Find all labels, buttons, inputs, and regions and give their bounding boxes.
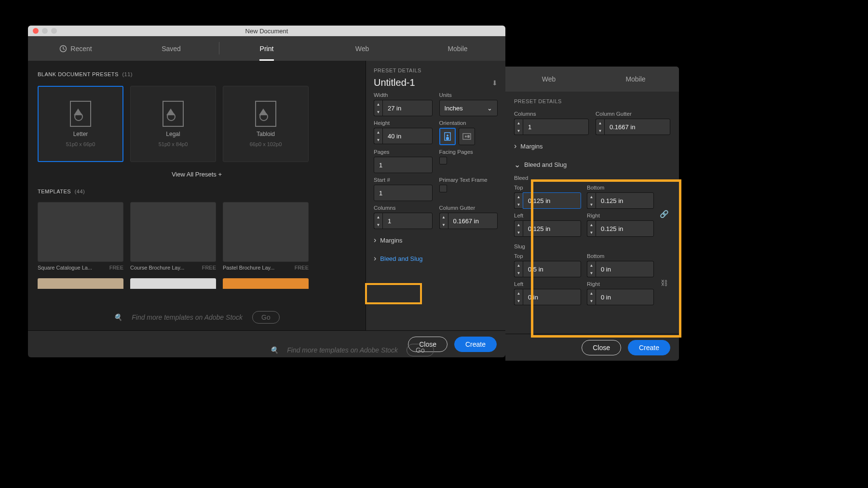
- tab-mobile[interactable]: Mobile: [592, 67, 679, 92]
- spin-up-icon[interactable]: ▲: [515, 261, 523, 269]
- width-value[interactable]: 27 in: [382, 100, 433, 116]
- close-window-icon[interactable]: [33, 28, 39, 34]
- tab-mobile-label: Mobile: [625, 75, 645, 83]
- width-label: Width: [374, 92, 433, 98]
- tab-saved[interactable]: Saved: [123, 36, 219, 61]
- bleed-slug-section[interactable]: Bleed and Slug: [374, 251, 498, 266]
- preset-letter[interactable]: Letter 51p0 x 66p0: [38, 86, 123, 162]
- chevron-down-icon: ⌄: [487, 105, 492, 112]
- columns-value[interactable]: 1: [523, 119, 589, 135]
- spin-up-icon[interactable]: ▲: [374, 213, 382, 221]
- spin-up-icon[interactable]: ▲: [374, 128, 382, 136]
- tab-web-label: Web: [355, 45, 369, 53]
- preset-tabloid[interactable]: Tabloid 66p0 x 102p0: [223, 86, 309, 162]
- template-item[interactable]: Square Catalogue La...FREE: [38, 202, 123, 271]
- svg-point-2: [447, 135, 448, 136]
- pages-value[interactable]: 1: [374, 157, 433, 173]
- gutter-input[interactable]: ▲▼0.1667 in: [439, 213, 498, 229]
- document-name[interactable]: Untitled-1: [374, 77, 415, 88]
- gutter-input[interactable]: ▲▼0.1667 in: [596, 119, 670, 135]
- height-input[interactable]: ▲▼40 in: [374, 128, 433, 144]
- titlebar: New Document: [28, 26, 505, 36]
- start-number-label: Start #: [374, 177, 433, 183]
- units-value: Inches: [445, 105, 463, 112]
- spin-down-icon[interactable]: ▼: [374, 221, 382, 229]
- presets-count: (11): [122, 71, 133, 77]
- minimize-window-icon[interactable]: [42, 28, 48, 34]
- category-tabs-2: Web Mobile: [505, 67, 679, 92]
- spin-down-icon[interactable]: ▼: [374, 108, 382, 116]
- margins-section[interactable]: Margins: [374, 233, 498, 247]
- orientation-portrait-button[interactable]: [439, 128, 456, 145]
- dialog-footer: Close Create: [505, 334, 679, 361]
- tab-web[interactable]: Web: [505, 67, 592, 92]
- spin-down-icon[interactable]: ▼: [374, 136, 382, 144]
- tab-mobile[interactable]: Mobile: [410, 36, 505, 61]
- margins-label: Margins: [380, 237, 402, 244]
- go-button[interactable]: Go: [407, 344, 434, 356]
- preset-name: Tabloid: [257, 131, 275, 137]
- template-item[interactable]: [38, 278, 123, 289]
- preset-name: Legal: [166, 131, 180, 137]
- tab-print[interactable]: Print: [219, 36, 314, 61]
- columns-value[interactable]: 1: [382, 213, 433, 229]
- create-button[interactable]: Create: [628, 340, 670, 355]
- gutter-label: Column Gutter: [439, 205, 498, 211]
- spin-up-icon[interactable]: ▲: [596, 119, 604, 127]
- template-name: Square Catalogue La...: [38, 265, 92, 271]
- columns-input[interactable]: ▲▼1: [514, 119, 589, 135]
- close-button[interactable]: Close: [582, 340, 621, 355]
- primary-text-frame-label: Primary Text Frame: [439, 177, 498, 183]
- width-input[interactable]: ▲▼27 in: [374, 100, 433, 116]
- spin-up-icon[interactable]: ▲: [515, 193, 523, 201]
- spin-up-icon[interactable]: ▲: [374, 100, 382, 108]
- document-name-row: Untitled-1 ⬇︎: [374, 77, 498, 88]
- view-all-presets[interactable]: View All Presets +: [38, 171, 356, 178]
- spin-down-icon[interactable]: ▼: [515, 127, 523, 135]
- spin-down-icon[interactable]: ▼: [515, 201, 523, 208]
- bleed-slug-section[interactable]: Bleed and Slug: [514, 157, 670, 172]
- stock-search-placeholder[interactable]: Find more templates on Adobe Stock: [132, 313, 243, 321]
- presets-panel: BLANK DOCUMENT PRESETS (11) Letter 51p0 …: [28, 61, 366, 330]
- spin-up-icon[interactable]: ▲: [515, 221, 523, 229]
- spin-down-icon[interactable]: ▼: [515, 229, 523, 236]
- spin-up-icon[interactable]: ▲: [515, 119, 523, 127]
- facing-pages-checkbox[interactable]: [439, 157, 447, 164]
- gutter-value[interactable]: 0.1667 in: [604, 119, 670, 135]
- tab-recent[interactable]: Recent: [28, 36, 123, 61]
- gutter-value[interactable]: 0.1667 in: [448, 213, 498, 229]
- preset-legal[interactable]: Legal 51p0 x 84p0: [130, 86, 216, 162]
- start-number-input[interactable]: 1: [374, 185, 433, 201]
- primary-text-frame-checkbox[interactable]: [439, 185, 447, 192]
- orientation-landscape-button[interactable]: [459, 128, 475, 145]
- start-value[interactable]: 1: [374, 185, 433, 201]
- margins-section[interactable]: Margins: [514, 139, 670, 153]
- go-button[interactable]: Go: [252, 311, 280, 324]
- stock-search-placeholder[interactable]: Find more templates on Adobe Stock: [287, 346, 398, 354]
- tab-mobile-label: Mobile: [448, 45, 467, 53]
- template-item[interactable]: Pastel Brochure Lay...FREE: [223, 202, 309, 271]
- clock-icon: [59, 45, 67, 53]
- save-preset-icon[interactable]: ⬇︎: [492, 79, 498, 87]
- template-item[interactable]: Course Brochure Lay...FREE: [130, 202, 216, 271]
- tab-web[interactable]: Web: [314, 36, 410, 61]
- template-thumb: [223, 202, 309, 262]
- height-label: Height: [374, 120, 433, 126]
- units-select[interactable]: Inches⌄: [439, 100, 498, 116]
- template-item[interactable]: [130, 278, 216, 289]
- pages-input[interactable]: 1: [374, 157, 433, 173]
- columns-label: Columns: [374, 205, 433, 211]
- template-item[interactable]: [223, 278, 309, 289]
- spin-up-icon[interactable]: ▲: [515, 289, 523, 297]
- zoom-window-icon[interactable]: [51, 28, 57, 34]
- height-value[interactable]: 40 in: [382, 128, 433, 144]
- columns-input[interactable]: ▲▼1: [374, 213, 433, 229]
- preset-size: 51p0 x 66p0: [66, 141, 95, 147]
- spin-down-icon[interactable]: ▼: [596, 127, 604, 135]
- spin-up-icon[interactable]: ▲: [440, 213, 448, 221]
- pages-label: Pages: [374, 149, 433, 155]
- spin-down-icon[interactable]: ▼: [515, 297, 523, 305]
- spin-down-icon[interactable]: ▼: [440, 221, 448, 229]
- spin-down-icon[interactable]: ▼: [515, 269, 523, 277]
- bleed-slug-label: Bleed and Slug: [524, 161, 567, 168]
